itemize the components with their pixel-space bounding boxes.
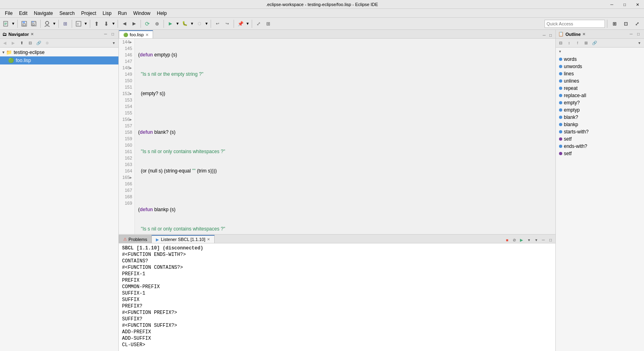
- outline-item-unwords[interactable]: unwords: [556, 63, 644, 70]
- maximize-button[interactable]: □: [618, 0, 631, 9]
- code-line-147: [138, 110, 552, 116]
- forward-button[interactable]: ▶: [130, 19, 139, 28]
- tree-item-project[interactable]: ▼ 📁 testing-eclipse: [0, 48, 118, 56]
- outline-item-blankp[interactable]: blankp: [556, 121, 644, 128]
- outline-item-starts-with[interactable]: starts-with?: [556, 128, 644, 135]
- outline-group-button[interactable]: ⊞: [582, 39, 590, 47]
- prev-annotation-button[interactable]: ⬆: [92, 19, 101, 28]
- outline-item-unlines[interactable]: unlines: [556, 77, 644, 85]
- outline-item-repeat[interactable]: repeat: [556, 85, 644, 92]
- new-button[interactable]: [2, 19, 10, 28]
- line-num-148: 148▸: [121, 64, 132, 71]
- nav2-button[interactable]: ⊕: [153, 19, 162, 28]
- console-maximize-button[interactable]: □: [547, 237, 554, 243]
- outline-view-menu[interactable]: ▾: [635, 39, 643, 47]
- annotation-dropdown[interactable]: ▾: [112, 19, 116, 28]
- console-terminate-button[interactable]: ■: [504, 237, 510, 243]
- outline-collapse-button[interactable]: ⊟: [557, 39, 565, 47]
- next-edit-button[interactable]: ↪: [223, 19, 232, 28]
- svg-rect-6: [23, 24, 25, 26]
- navigator-minimize-button[interactable]: ─: [102, 31, 109, 37]
- quick-access-input[interactable]: [545, 20, 605, 28]
- nav-forward-button[interactable]: ▶: [9, 39, 17, 47]
- menu-project[interactable]: Project: [78, 10, 99, 17]
- nav-link-button[interactable]: 🔗: [35, 39, 43, 47]
- nav-back-button[interactable]: ◀: [1, 39, 9, 47]
- save-all-button[interactable]: [29, 19, 38, 28]
- nav-view-menu[interactable]: ▾: [110, 39, 118, 47]
- sep3: [58, 20, 59, 28]
- outline-item-emptyp[interactable]: emptyp: [556, 106, 644, 114]
- outline-icon: 📋: [558, 31, 564, 37]
- outline-item-ends-with[interactable]: ends-with?: [556, 143, 644, 150]
- console-dropdown[interactable]: ▾: [526, 237, 532, 243]
- debug-dropdown[interactable]: ▾: [190, 19, 194, 28]
- outline-maximize-button[interactable]: □: [635, 31, 642, 37]
- run-dropdown[interactable]: ▾: [176, 19, 180, 28]
- console-run-button[interactable]: ▶: [518, 237, 525, 243]
- open-type-button[interactable]: T: [74, 19, 83, 28]
- outline-item-setf-1[interactable]: setf: [556, 135, 644, 143]
- next-annotation-button[interactable]: ⬇: [102, 19, 111, 28]
- menu-edit[interactable]: Edit: [16, 10, 31, 17]
- code-content[interactable]: (defun emptyp (s) "Is s nil or the empty…: [135, 39, 555, 234]
- nav1-button[interactable]: ⟳: [143, 19, 152, 28]
- coverage-dropdown[interactable]: ▾: [205, 19, 209, 28]
- new-window-button[interactable]: ⊡: [621, 19, 631, 28]
- open-perspective-2[interactable]: ⊞: [609, 19, 620, 28]
- profile-dropdown-button[interactable]: ▾: [52, 19, 56, 28]
- bottom-tab-listener[interactable]: ▶ Listener SBCL [1.1.10] ✕: [151, 235, 214, 243]
- coverage-button[interactable]: ⬡: [195, 19, 204, 28]
- menu-navigate[interactable]: Navigate: [31, 10, 56, 17]
- back-button[interactable]: ◀: [120, 19, 129, 28]
- tab-close-button[interactable]: ✕: [145, 33, 149, 37]
- maximize-view-button[interactable]: ⤢: [632, 19, 642, 28]
- editor-scroll-area[interactable]: 144▸ 145 146 147 148▸ 149 150 151 152▸ 1…: [119, 39, 555, 234]
- minimize-button[interactable]: ─: [605, 0, 618, 9]
- nav-collapse-button[interactable]: ⊟: [26, 39, 34, 47]
- bottom-tab-bar: ⚠ Problems ▶ Listener SBCL [1.1.10] ✕ ■ …: [119, 235, 555, 243]
- console-minimize-button[interactable]: ─: [540, 237, 547, 243]
- prev-edit-button[interactable]: ↩: [213, 19, 222, 28]
- navigator-maximize-button[interactable]: □: [110, 31, 116, 37]
- nav-new-button[interactable]: ⊕: [43, 39, 51, 47]
- nav-up-button[interactable]: ⬆: [18, 39, 26, 47]
- outline-item-setf-2[interactable]: setf: [556, 150, 644, 157]
- menu-file[interactable]: File: [2, 10, 16, 17]
- menu-run[interactable]: Run: [115, 10, 130, 17]
- bottom-tab-problems[interactable]: ⚠ Problems: [119, 235, 151, 243]
- menu-help[interactable]: Help: [154, 10, 170, 17]
- console-disconnect-button[interactable]: ⊘: [511, 237, 518, 243]
- outline-item-blankq[interactable]: blank?: [556, 114, 644, 121]
- open-perspective-button[interactable]: ⊞: [61, 19, 70, 28]
- menu-window[interactable]: Window: [130, 10, 154, 17]
- pin-button[interactable]: 📌: [236, 19, 245, 28]
- outline-link-button[interactable]: 🔗: [590, 39, 598, 47]
- outline-item-replace-all[interactable]: replace-all: [556, 92, 644, 99]
- run-button[interactable]: ▶: [166, 19, 175, 28]
- new-dropdown-button[interactable]: ▾: [11, 19, 15, 28]
- outline-item-emptyq[interactable]: empty?: [556, 99, 644, 106]
- console-line-4: PREFIX-1: [122, 271, 552, 277]
- editor-tab-foo-lisp[interactable]: 🟢 foo.lisp ✕: [119, 30, 153, 38]
- menu-lisp[interactable]: Lisp: [99, 10, 115, 17]
- profile-button[interactable]: [43, 19, 52, 28]
- outline-hide-fields[interactable]: f: [574, 39, 582, 47]
- expand-button[interactable]: ⤢: [254, 19, 263, 28]
- editor-minimize-button[interactable]: ─: [541, 32, 547, 38]
- save-button[interactable]: [20, 19, 29, 28]
- editor-maximize-button[interactable]: □: [547, 32, 554, 38]
- outline-item-words[interactable]: words: [556, 56, 644, 63]
- close-button[interactable]: ✕: [631, 0, 644, 9]
- debug-button[interactable]: 🐛: [180, 19, 189, 28]
- outline-sort-button[interactable]: ↕: [565, 39, 573, 47]
- sep7: [141, 20, 141, 28]
- tree-item-file[interactable]: 🟢 foo.lisp: [0, 56, 118, 64]
- layout-button[interactable]: ⊞: [264, 19, 273, 28]
- console-view-menu[interactable]: ▾: [533, 237, 539, 243]
- pin-dropdown[interactable]: ▾: [246, 19, 250, 28]
- outline-minimize-button[interactable]: ─: [628, 31, 634, 37]
- open-type-dropdown[interactable]: ▾: [84, 19, 88, 28]
- menu-search[interactable]: Search: [56, 10, 78, 17]
- outline-item-lines[interactable]: lines: [556, 70, 644, 77]
